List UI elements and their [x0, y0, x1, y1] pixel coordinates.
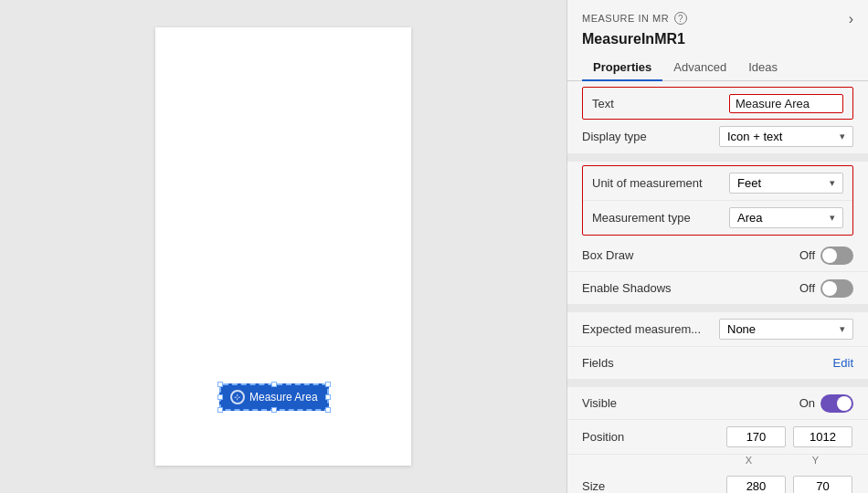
panel-header-top: MEASURE IN MR ? ›: [582, 11, 853, 27]
box-draw-label: Box Draw: [582, 248, 719, 262]
expected-measurement-row: Expected measurem... None ▾: [567, 312, 868, 347]
position-label: Position: [582, 430, 719, 444]
size-label: Size: [582, 479, 719, 493]
position-x-input[interactable]: [726, 426, 786, 447]
tabs-row: Properties Advanced Ideas: [567, 55, 868, 81]
divider-3: [567, 380, 868, 387]
handle-br: [325, 407, 331, 413]
box-draw-row: Box Draw Off: [567, 239, 868, 272]
visible-row: Visible On: [567, 387, 868, 420]
text-property-row: Text Measure Area: [582, 87, 853, 120]
box-draw-toggle[interactable]: [820, 246, 853, 265]
expected-measurement-value: None: [727, 322, 756, 336]
handle-bm: [271, 407, 277, 413]
measurement-group: Unit of measurement Feet ▾ Measurement t…: [582, 165, 853, 236]
tab-ideas[interactable]: Ideas: [737, 55, 789, 81]
panel-title-row: MEASURE IN MR ?: [582, 12, 687, 25]
expected-measurement-select[interactable]: None ▾: [719, 319, 853, 340]
handle-bl: [217, 407, 223, 413]
enable-shadows-toggle-container: Off: [799, 279, 853, 298]
fields-label: Fields: [582, 356, 719, 370]
text-value[interactable]: Measure Area: [729, 94, 843, 113]
expected-measurement-chevron: ▾: [840, 323, 845, 335]
canvas-area: ⊹ Measure Area: [0, 0, 566, 493]
display-type-select[interactable]: Icon + text ▾: [719, 126, 853, 147]
box-draw-state: Off: [799, 248, 815, 262]
position-x-label: X: [719, 455, 778, 466]
position-y-input[interactable]: [793, 426, 852, 447]
size-width-input[interactable]: [726, 476, 786, 493]
measurement-type-label: Measurement type: [592, 211, 729, 225]
measurement-type-select[interactable]: Area ▾: [729, 207, 843, 228]
handle-tm: [271, 382, 277, 387]
box-draw-thumb: [822, 248, 837, 263]
tab-advanced[interactable]: Advanced: [662, 55, 737, 81]
visible-label: Visible: [582, 396, 719, 410]
panel-content: Text Measure Area Display type Icon + te…: [567, 81, 868, 493]
position-row: Position: [567, 420, 868, 455]
tab-properties[interactable]: Properties: [582, 55, 662, 81]
visible-state: On: [799, 396, 815, 410]
enable-shadows-state: Off: [799, 281, 815, 295]
unit-label: Unit of measurement: [592, 176, 729, 190]
position-sub-labels: X Y: [567, 455, 868, 469]
display-type-row: Display type Icon + text ▾: [567, 120, 868, 154]
box-draw-toggle-container: Off: [799, 246, 853, 265]
handle-tr: [325, 382, 331, 387]
enable-shadows-thumb: [822, 281, 837, 296]
measurement-type-value: Area: [737, 211, 762, 225]
display-type-chevron: ▾: [840, 131, 845, 142]
measure-area-button[interactable]: ⊹ Measure Area: [219, 383, 329, 411]
expected-measurement-label: Expected measurem...: [582, 322, 719, 336]
handle-ml: [217, 394, 223, 400]
canvas-white: ⊹ Measure Area: [155, 27, 411, 466]
position-inputs: [726, 426, 852, 447]
divider-1: [567, 154, 868, 162]
enable-shadows-label: Enable Shadows: [582, 281, 719, 295]
enable-shadows-toggle[interactable]: [820, 279, 853, 298]
visible-thumb: [837, 396, 852, 411]
display-type-value: Icon + text: [727, 130, 782, 143]
size-height-input[interactable]: [793, 476, 852, 493]
visible-toggle[interactable]: [820, 394, 853, 413]
text-label: Text: [592, 97, 729, 110]
unit-value: Feet: [737, 176, 761, 190]
unit-chevron: ▾: [830, 177, 835, 189]
visible-toggle-container: On: [799, 394, 853, 413]
measure-icon: ⊹: [230, 390, 245, 404]
component-name: MeasureInMR1: [582, 31, 853, 47]
position-xy-labels: X Y: [719, 455, 845, 466]
measurement-type-row: Measurement type Area ▾: [583, 201, 852, 235]
properties-panel: MEASURE IN MR ? › MeasureInMR1 Propertie…: [566, 0, 868, 493]
enable-shadows-row: Enable Shadows Off: [567, 272, 868, 305]
expand-icon[interactable]: ›: [849, 11, 853, 27]
fields-row: Fields Edit: [567, 347, 868, 380]
fields-edit-link[interactable]: Edit: [833, 356, 853, 370]
position-y-label: Y: [786, 455, 845, 466]
divider-2: [567, 305, 868, 312]
handle-tl: [217, 382, 223, 387]
help-icon[interactable]: ?: [674, 12, 687, 25]
size-inputs: [726, 476, 852, 493]
measure-button-label: Measure Area: [249, 391, 318, 404]
display-type-label: Display type: [582, 130, 719, 143]
size-row: Size: [567, 469, 868, 493]
panel-header: MEASURE IN MR ? › MeasureInMR1 Propertie…: [567, 0, 868, 81]
measure-in-mr-label: MEASURE IN MR: [582, 13, 669, 24]
unit-measurement-row: Unit of measurement Feet ▾: [583, 166, 852, 201]
measurement-type-chevron: ▾: [830, 212, 835, 224]
handle-mr: [325, 394, 331, 400]
unit-select[interactable]: Feet ▾: [729, 173, 843, 194]
